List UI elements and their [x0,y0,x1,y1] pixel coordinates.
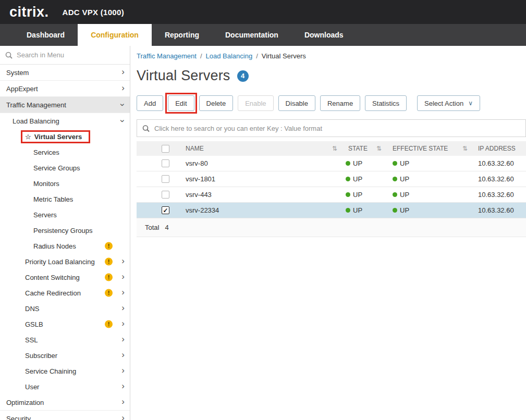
sidebar-search-input[interactable]: Search in Menu [0,46,130,65]
vserver-name: vsrv-443 [178,191,341,199]
sidebar-item-label: Persistency Groups [33,227,92,234]
breadcrumb-load-balancing[interactable]: Load Balancing [206,52,253,60]
vserver-name-label: vsrv-80 [186,159,208,167]
breadcrumb-traffic-management[interactable]: Traffic Management [137,52,197,60]
sort-icon[interactable]: ⇅ [376,145,382,152]
page-title: Virtual Servers [137,68,230,84]
tab-dashboard[interactable]: Dashboard [14,24,78,46]
table-row[interactable]: vsrv-80 UP UP 10.63.32.60 [137,156,526,171]
ip-address: 10.63.32.60 [472,206,526,214]
sidebar-item-label: Cache Redirection [25,289,81,297]
sidebar-item-metric-tables[interactable]: Metric Tables [0,191,130,207]
breadcrumb-separator: / [200,52,202,60]
tab-reporting[interactable]: Reporting [152,24,212,46]
column-label: NAME [186,145,204,152]
count-badge: 4 [237,70,249,82]
chevron-right-icon: › [121,397,125,406]
sidebar-item-optimization[interactable]: Optimization › [0,394,130,411]
sidebar-item-subscriber[interactable]: Subscriber › [0,348,130,363]
sidebar-item-label: Optimization [6,399,44,406]
chevron-right-icon: › [121,272,125,281]
table-row-selected[interactable]: ✓ vsrv-22334 UP UP 10.63.32.60 [137,203,526,218]
vserver-name: vsrv-1801 [178,175,341,183]
sidebar: Search in Menu System › AppExpert › Traf… [0,46,130,420]
select-action-dropdown[interactable]: Select Action ∨ [417,95,480,111]
sidebar-item-priority-load-balancing[interactable]: Priority Load Balancing ! › [0,254,130,269]
vserver-name: vsrv-80 [178,159,341,167]
warning-icon: ! [105,289,113,297]
ip-address: 10.63.32.60 [472,175,526,183]
sidebar-item-dns[interactable]: DNS › [0,301,130,316]
row-checkbox[interactable] [162,159,169,167]
status-up-icon [393,161,397,166]
sidebar-item-monitors[interactable]: Monitors [0,176,130,191]
vserver-name-label: vsrv-443 [186,191,212,199]
sidebar-item-user[interactable]: User › [0,379,130,394]
sidebar-item-ssl[interactable]: SSL › [0,332,130,348]
sidebar-item-services[interactable]: Services [0,144,130,160]
sidebar-item-label: Servers [33,211,57,219]
effective-state-label: UP [400,159,409,167]
warning-icon: ! [105,274,113,281]
warning-icon: ! [105,242,113,250]
total-label: Total [145,224,159,231]
add-button[interactable]: Add [137,95,163,111]
sidebar-item-service-groups[interactable]: Service Groups [0,160,130,176]
sidebar-item-servers[interactable]: Servers [0,207,130,223]
disable-button[interactable]: Disable [278,95,315,111]
sort-icon[interactable]: ⇅ [462,145,468,152]
rename-button[interactable]: Rename [320,95,360,111]
sidebar-item-label: Services [33,149,59,156]
sidebar-item-persistency-groups[interactable]: Persistency Groups [0,223,130,238]
sidebar-item-service-chaining[interactable]: Service Chaining › [0,363,130,379]
effective-state-cell: UP [386,159,472,167]
sidebar-item-label: DNS [25,305,39,313]
vserver-name: vsrv-22334 [178,206,341,214]
status-up-icon [346,161,350,166]
main-nav: Dashboard Configuration Reporting Docume… [0,24,526,46]
delete-button[interactable]: Delete [199,95,234,111]
sidebar-item-label: Content Switching [25,274,80,281]
tab-downloads[interactable]: Downloads [291,24,357,46]
virtual-servers-table: NAME ⇅ STATE ⇅ EFFECTIVE STATE ⇅ IP ADDR… [137,141,526,237]
chevron-right-icon: › [121,413,125,420]
sidebar-item-system[interactable]: System › [0,65,130,81]
sidebar-item-virtual-servers[interactable]: ☆ Virtual Servers [0,129,130,144]
row-checkbox[interactable] [162,175,169,183]
sidebar-item-security[interactable]: Security › [0,411,130,420]
effective-state-cell: UP [386,175,472,183]
sidebar-item-label: Service Groups [33,164,80,172]
sidebar-item-radius-nodes[interactable]: Radius Nodes ! [0,238,130,254]
search-icon [5,52,13,59]
edit-button[interactable]: Edit [168,95,194,111]
table-search-input[interactable]: Click here to search or you can enter Ke… [137,119,526,137]
row-checkbox-checked[interactable]: ✓ [162,206,169,214]
sidebar-item-gslb[interactable]: GSLB ! › [0,316,130,332]
state-label: UP [353,159,362,167]
row-checkbox-cell [137,159,178,167]
sidebar-item-appexpert[interactable]: AppExpert › [0,81,130,97]
sidebar-item-traffic-management[interactable]: Traffic Management › [0,97,130,113]
tab-documentation[interactable]: Documentation [212,24,291,46]
sidebar-item-label: Security [6,415,31,420]
tab-configuration[interactable]: Configuration [78,24,152,46]
sidebar-item-cache-redirection[interactable]: Cache Redirection ! › [0,285,130,301]
status-up-icon [346,177,350,181]
chevron-right-icon: › [121,288,125,297]
breadcrumb-current: Virtual Servers [262,52,306,60]
status-up-icon [393,177,397,181]
sort-icon[interactable]: ⇅ [332,145,337,152]
table-row[interactable]: vsrv-1801 UP UP 10.63.32.60 [137,171,526,187]
effective-state-label: UP [400,206,409,214]
table-row[interactable]: vsrv-443 UP UP 10.63.32.60 [137,187,526,203]
status-up-icon [346,208,350,213]
ip-address: 10.63.32.60 [472,191,526,199]
effective-state-label: UP [400,175,409,183]
select-all-checkbox[interactable] [162,145,169,153]
statistics-button[interactable]: Statistics [365,95,407,111]
sidebar-item-content-switching[interactable]: Content Switching ! › [0,269,130,285]
row-checkbox[interactable] [162,191,169,199]
effective-state-cell: UP [386,206,472,214]
sidebar-item-load-balancing[interactable]: Load Balancing › [0,113,130,129]
main-content: Traffic Management / Load Balancing / Vi… [130,46,526,420]
